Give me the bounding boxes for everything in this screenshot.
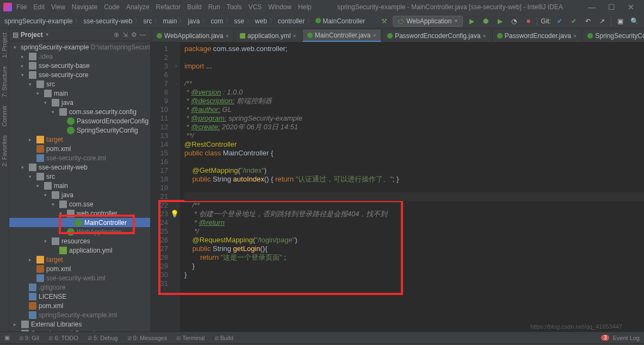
tree-node[interactable]: pom.xml	[9, 264, 150, 273]
fold-toggle[interactable]	[172, 53, 180, 62]
fold-toggle[interactable]	[172, 149, 180, 158]
code-line[interactable]: * @return	[184, 218, 644, 227]
close-tab-icon[interactable]: ×	[573, 33, 577, 39]
tree-arrow-icon[interactable]: ▾	[52, 202, 57, 207]
code-line[interactable]: @GetMapping("/index")	[184, 166, 644, 175]
tree-arrow-icon[interactable]: ▾	[44, 192, 49, 198]
tree-node[interactable]: ▾ sse-security-web	[9, 162, 150, 172]
code-line[interactable]: public class MainController {	[184, 149, 644, 158]
breadcrumb-item[interactable]: java	[188, 17, 200, 25]
bottom-tab[interactable]: ⎚ 6: TODO	[49, 335, 78, 341]
menu-navigate[interactable]: Navigate	[72, 3, 97, 11]
tree-node[interactable]: SpringSecurityConfig	[9, 126, 150, 135]
tree-node[interactable]: ▾ springSecurity-example D:\start\spring…	[9, 42, 150, 52]
line-number[interactable]: 17	[151, 166, 168, 175]
minimize-button[interactable]: —	[582, 3, 602, 11]
stop-button[interactable]: ■	[523, 16, 534, 27]
tree-node[interactable]: ▾ com.sse	[9, 199, 150, 209]
breadcrumb-item[interactable]: src	[143, 17, 152, 25]
show-hide-tool-windows-icon[interactable]: ▣	[4, 334, 10, 341]
editor-tab[interactable]: SpringSecurityConfig.java×	[583, 29, 644, 42]
code-line[interactable]: import ...	[184, 62, 644, 71]
debug-button[interactable]: ⬢	[480, 16, 491, 27]
line-number[interactable]: 1	[151, 45, 168, 53]
tool-tab[interactable]: 1: Project	[0, 28, 9, 62]
code-line[interactable]: public String autoIndex() { return "认证通过…	[184, 175, 644, 184]
fold-toggle[interactable]	[172, 175, 180, 184]
code-line[interactable]: /**	[184, 201, 644, 210]
code-line[interactable]: * @author: GL	[184, 105, 644, 114]
code-line[interactable]: }	[184, 271, 644, 279]
editor-tab[interactable]: application.yml×	[235, 29, 301, 42]
maximize-button[interactable]: ☐	[602, 3, 621, 11]
tree-node[interactable]: ▾ java	[9, 98, 150, 107]
tool-tab[interactable]: Commit	[0, 102, 9, 131]
code-line[interactable]: */	[184, 227, 644, 236]
menu-view[interactable]: View	[51, 3, 65, 11]
tree-node[interactable]: ▸ .idea	[9, 52, 150, 61]
line-number[interactable]: 7	[151, 79, 168, 88]
tree-arrow-icon[interactable]: ▾	[14, 45, 16, 50]
line-number[interactable]: 16	[151, 158, 168, 166]
tree-node[interactable]: Scratches and Consoles	[9, 329, 150, 331]
tree-node[interactable]: springSecurity-example.iml	[9, 310, 150, 319]
settings-icon[interactable]: ⚙	[129, 31, 138, 39]
tree-node[interactable]: ▾ java	[9, 190, 150, 199]
code-line[interactable]	[184, 184, 644, 192]
menu-refactor[interactable]: Refactor	[156, 3, 181, 11]
editor-tab[interactable]: PasswordEncoder.java×	[492, 29, 582, 42]
tree-arrow-icon[interactable]: ▸	[14, 322, 19, 327]
code-line[interactable]: * @program: springSecurity-example	[184, 114, 644, 123]
breadcrumb-item[interactable]: com	[210, 17, 223, 25]
run-config-selector[interactable]: ⭯ WebApplication ▼	[393, 16, 463, 27]
code-line[interactable]: * @description: 前端控制器	[184, 97, 644, 105]
line-number[interactable]: 12	[151, 123, 168, 131]
line-number[interactable]: 3	[151, 62, 168, 71]
menu-edit[interactable]: Edit	[33, 3, 45, 11]
code-line[interactable]: package com.sse.web.controller;	[184, 45, 644, 53]
tree-arrow-icon[interactable]: ▾	[29, 174, 34, 179]
breadcrumb[interactable]: springSecurity-example 〉sse-security-web…	[4, 16, 365, 26]
vcs-update-icon[interactable]: ✔	[554, 16, 565, 27]
build-icon[interactable]: ⚒	[379, 16, 389, 27]
code-line[interactable]: * @create: 2020年 06月 03日 14:51	[184, 123, 644, 131]
tree-node[interactable]: application.yml	[9, 246, 150, 255]
fold-toggle[interactable]	[172, 71, 180, 79]
breadcrumb-item[interactable]: sse-security-web	[83, 17, 132, 25]
menu-window[interactable]: Window	[268, 3, 292, 11]
code-line[interactable]	[184, 158, 644, 166]
tree-arrow-icon[interactable]: ▾	[21, 165, 27, 170]
tree-arrow-icon[interactable]: ▸	[21, 54, 27, 59]
code-line[interactable]: }	[184, 262, 644, 271]
code-line[interactable]	[184, 71, 644, 79]
menu-vcs[interactable]: VCS	[249, 3, 262, 11]
line-number[interactable]: 9	[151, 97, 168, 105]
line-number[interactable]: 6	[151, 71, 168, 79]
tree-node[interactable]: sse-security-core.iml	[9, 153, 150, 162]
line-number[interactable]: 18	[151, 175, 168, 184]
breadcrumb-item[interactable]: main	[163, 17, 177, 25]
code-line[interactable]	[184, 53, 644, 62]
editor-tab[interactable]: WebApplication.java×	[152, 29, 234, 42]
fold-toggle[interactable]	[172, 166, 180, 175]
line-number[interactable]: 15	[151, 149, 168, 158]
fold-toggle[interactable]: +	[172, 62, 180, 71]
tree-node[interactable]: .gitignore	[9, 283, 150, 292]
close-tab-icon[interactable]: ×	[482, 33, 486, 39]
close-button[interactable]: ✕	[621, 3, 641, 11]
fold-toggle[interactable]	[172, 184, 180, 192]
fold-toggle[interactable]	[172, 105, 180, 114]
menu-analyze[interactable]: Analyze	[126, 3, 150, 11]
profile-button[interactable]: ◔	[509, 16, 519, 27]
tree-node[interactable]: sse-security-web.iml	[9, 273, 150, 283]
breadcrumb-item[interactable]: sse	[234, 17, 244, 25]
editor-tab[interactable]: MainController.java×	[302, 29, 381, 42]
code-editor[interactable]: 1236789101112131415161718192122232425262…	[151, 42, 644, 331]
bottom-tab[interactable]: ⎚ 0: Messages	[128, 335, 167, 341]
menu-code[interactable]: Code	[104, 3, 120, 11]
tree-arrow-icon[interactable]: ▾	[36, 91, 42, 96]
tree-arrow-icon[interactable]: ▾	[52, 109, 57, 115]
close-tab-icon[interactable]: ×	[226, 33, 229, 39]
fold-toggle[interactable]	[172, 140, 180, 149]
tree-node[interactable]: ▾ resources	[9, 236, 150, 246]
